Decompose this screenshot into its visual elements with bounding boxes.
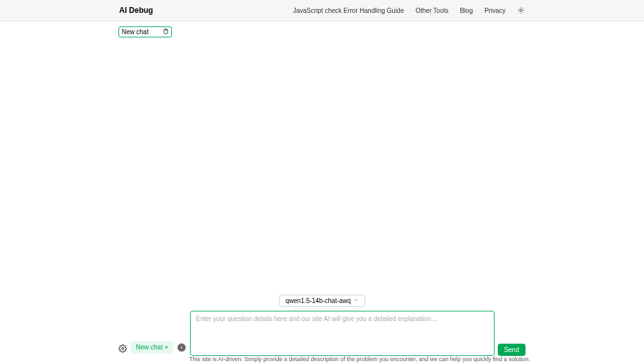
model-selector[interactable]: qwen1.5-14b-chat-awq (279, 295, 365, 307)
svg-line-7 (518, 12, 519, 13)
header: AI Debug JavaScript check Error Handling… (0, 0, 644, 21)
send-button[interactable]: Send (498, 344, 526, 356)
svg-line-3 (518, 8, 519, 8)
trash-icon[interactable] (163, 28, 169, 35)
chevron-down-icon (353, 297, 359, 304)
svg-line-4 (523, 12, 524, 13)
svg-point-9 (122, 348, 124, 349)
footer-description: This site is AI-driven. Simply provide a… (189, 356, 530, 362)
new-chat-button[interactable]: New chat + (131, 341, 173, 353)
model-name: qwen1.5-14b-chat-awq (285, 297, 351, 304)
question-input[interactable] (190, 311, 494, 356)
nav-link-privacy[interactable]: Privacy (484, 7, 506, 14)
gear-icon[interactable] (118, 344, 127, 353)
chat-history-item[interactable]: New chat (118, 26, 172, 37)
chat-item-label: New chat (122, 28, 149, 35)
sun-icon[interactable] (517, 6, 525, 14)
svg-line-8 (523, 8, 524, 8)
nav-link-blog[interactable]: Blog (460, 7, 473, 14)
svg-point-0 (520, 9, 522, 12)
nav-link-other-tools[interactable]: Other Tools (415, 7, 448, 14)
nav: JavaScript check Error Handling Guide Ot… (293, 6, 525, 14)
brand-title: AI Debug (119, 6, 153, 15)
history-toggle-button[interactable] (177, 343, 186, 352)
nav-link-error-guide[interactable]: JavaScript check Error Handling Guide (293, 7, 404, 14)
